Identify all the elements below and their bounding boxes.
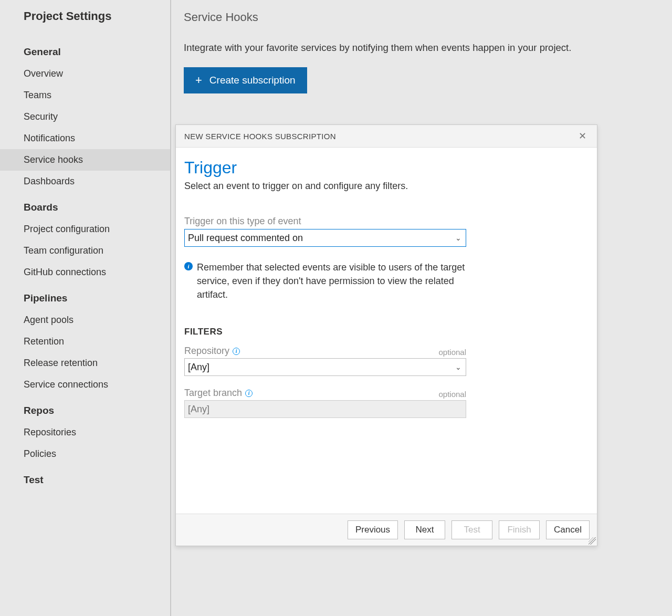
- filter-target-branch: Target branch i optional [Any]: [184, 388, 589, 418]
- dialog-footer: Previous Next Test Finish Cancel: [176, 514, 597, 546]
- info-icon: i: [184, 262, 193, 270]
- sidebar-item-agent-pools[interactable]: Agent pools: [0, 309, 170, 331]
- sidebar: Project Settings General Overview Teams …: [0, 0, 171, 616]
- sidebar-item-teams[interactable]: Teams: [0, 85, 170, 106]
- cancel-button[interactable]: Cancel: [546, 520, 590, 539]
- dialog-body: Trigger Select an event to trigger on an…: [176, 148, 597, 514]
- chevron-down-icon: ⌄: [455, 363, 461, 371]
- plus-icon: +: [195, 74, 202, 87]
- dialog-subtitle: Select an event to trigger on and config…: [184, 181, 589, 192]
- sidebar-item-project-configuration[interactable]: Project configuration: [0, 218, 170, 240]
- sidebar-item-service-connections[interactable]: Service connections: [0, 374, 170, 395]
- sidebar-item-team-configuration[interactable]: Team configuration: [0, 240, 170, 262]
- sidebar-item-github-connections[interactable]: GitHub connections: [0, 262, 170, 283]
- sidebar-item-repositories[interactable]: Repositories: [0, 422, 170, 443]
- info-callout: i Remember that selected events are visi…: [184, 260, 466, 301]
- sidebar-item-overview[interactable]: Overview: [0, 63, 170, 85]
- help-icon[interactable]: i: [233, 348, 240, 355]
- sidebar-item-security[interactable]: Security: [0, 106, 170, 128]
- sidebar-item-policies[interactable]: Policies: [0, 443, 170, 465]
- target-branch-label: Target branch i: [184, 388, 253, 399]
- filter-repository: Repository i optional [Any] ⌄: [184, 346, 589, 376]
- page-title: Service Hooks: [184, 11, 660, 24]
- event-type-value: Pull request commented on: [188, 233, 303, 244]
- repository-value: [Any]: [188, 362, 209, 373]
- chevron-down-icon: ⌄: [455, 234, 461, 242]
- page-description: Integrate with your favorite services by…: [184, 42, 660, 54]
- sidebar-section-general: General: [0, 37, 170, 63]
- previous-button[interactable]: Previous: [348, 520, 398, 539]
- sidebar-item-service-hooks[interactable]: Service hooks: [0, 149, 170, 171]
- sidebar-item-retention[interactable]: Retention: [0, 331, 170, 352]
- dialog-title: Trigger: [184, 158, 589, 178]
- create-subscription-label: Create subscription: [209, 75, 296, 86]
- sidebar-item-notifications[interactable]: Notifications: [0, 128, 170, 149]
- sidebar-section-boards: Boards: [0, 192, 170, 218]
- optional-label: optional: [438, 390, 466, 399]
- dialog-header-title: NEW SERVICE HOOKS SUBSCRIPTION: [184, 132, 336, 141]
- target-branch-value: [Any]: [188, 404, 209, 415]
- next-button[interactable]: Next: [404, 520, 445, 539]
- sidebar-section-repos: Repos: [0, 395, 170, 422]
- repository-select[interactable]: [Any] ⌄: [184, 358, 466, 376]
- close-icon[interactable]: ✕: [576, 130, 589, 142]
- repository-label: Repository i: [184, 346, 240, 357]
- subscription-dialog: NEW SERVICE HOOKS SUBSCRIPTION ✕ Trigger…: [175, 124, 597, 546]
- sidebar-section-test: Test: [0, 465, 170, 491]
- test-button[interactable]: Test: [452, 520, 492, 539]
- sidebar-title: Project Settings: [0, 9, 170, 37]
- filters-heading: FILTERS: [184, 327, 589, 337]
- help-icon[interactable]: i: [245, 390, 253, 397]
- dialog-header: NEW SERVICE HOOKS SUBSCRIPTION ✕: [176, 125, 597, 148]
- finish-button[interactable]: Finish: [499, 520, 540, 539]
- sidebar-section-pipelines: Pipelines: [0, 283, 170, 309]
- sidebar-item-dashboards[interactable]: Dashboards: [0, 171, 170, 192]
- optional-label: optional: [438, 348, 466, 357]
- event-type-label: Trigger on this type of event: [184, 216, 589, 227]
- target-branch-select: [Any]: [184, 400, 466, 418]
- event-type-select[interactable]: Pull request commented on ⌄: [184, 229, 466, 247]
- resize-grip-icon[interactable]: [589, 537, 596, 545]
- info-text: Remember that selected events are visibl…: [197, 260, 466, 301]
- sidebar-item-release-retention[interactable]: Release retention: [0, 352, 170, 374]
- create-subscription-button[interactable]: + Create subscription: [184, 67, 307, 93]
